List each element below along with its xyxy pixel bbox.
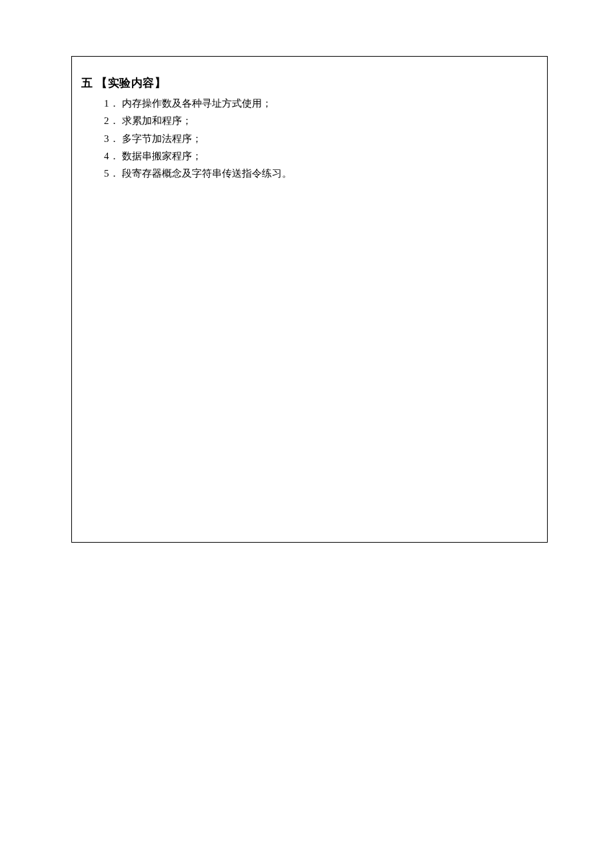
item-text: 内存操作数及各种寻址方式使用； (122, 95, 538, 112)
item-text: 段寄存器概念及字符串传送指令练习。 (122, 165, 538, 182)
item-number: 5． (104, 165, 119, 182)
item-text: 多字节加法程序； (122, 130, 538, 147)
page-frame: 五 【实验内容】 1． 内存操作数及各种寻址方式使用； 2． 求累加和程序； 3… (71, 56, 548, 543)
list-item: 4． 数据串搬家程序； (104, 147, 538, 165)
item-number: 1． (104, 95, 119, 112)
item-text: 求累加和程序； (122, 112, 538, 129)
item-number: 4． (104, 147, 119, 165)
item-number: 2． (104, 112, 119, 129)
heading-title: 【实验内容】 (96, 77, 166, 89)
list-item: 1． 内存操作数及各种寻址方式使用； (104, 95, 538, 112)
experiment-list: 1． 内存操作数及各种寻址方式使用； 2． 求累加和程序； 3． 多字节加法程序… (81, 95, 538, 182)
list-item: 5． 段寄存器概念及字符串传送指令练习。 (104, 165, 538, 182)
item-text: 数据串搬家程序； (122, 147, 538, 165)
item-number: 3． (104, 130, 119, 147)
content-area: 五 【实验内容】 1． 内存操作数及各种寻址方式使用； 2． 求累加和程序； 3… (72, 57, 547, 191)
list-item: 3． 多字节加法程序； (104, 130, 538, 147)
list-item: 2． 求累加和程序； (104, 112, 538, 129)
section-heading: 五 【实验内容】 (81, 75, 538, 91)
heading-prefix: 五 (81, 77, 93, 89)
